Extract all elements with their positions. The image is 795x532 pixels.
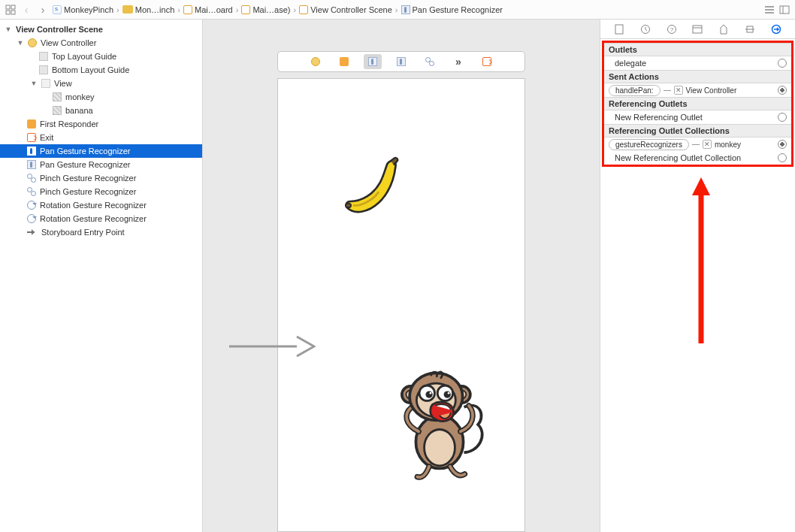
pan-gesture-icon bbox=[27, 160, 36, 169]
outline-bottom-layout-guide[interactable]: Bottom Layout Guide bbox=[0, 63, 202, 77]
connection-ring-icon[interactable] bbox=[778, 140, 787, 149]
connection-ring-icon[interactable] bbox=[778, 153, 787, 162]
annotation-highlight-box: Outlets delegate Sent Actions handlePan:… bbox=[602, 41, 793, 167]
back-button[interactable]: ‹ bbox=[20, 4, 33, 16]
imageview-icon bbox=[53, 106, 62, 115]
disclosure-icon[interactable] bbox=[17, 39, 24, 47]
referencing-outlets-header: Referencing Outlets bbox=[604, 97, 791, 110]
monkey-image[interactable] bbox=[391, 364, 488, 485]
dock-exit-icon[interactable] bbox=[478, 54, 496, 69]
crumb-folder[interactable]: Mon…inch bbox=[122, 5, 175, 14]
svg-point-20 bbox=[425, 391, 432, 397]
outline-rotation-gesture-2[interactable]: Rotation Gesture Recognizer bbox=[0, 212, 202, 225]
exit-icon bbox=[27, 133, 36, 142]
inspector-tabs: ? bbox=[600, 20, 795, 39]
outline-label: Exit bbox=[40, 133, 53, 142]
handlepan-action-row[interactable]: handlePan: ✕ View Controller bbox=[604, 83, 791, 97]
banana-image[interactable] bbox=[338, 154, 406, 222]
outline-toggle-icon[interactable] bbox=[763, 4, 775, 16]
outlet-label: New Referencing Outlet Collection bbox=[609, 153, 741, 162]
outline-viewcontroller[interactable]: View Controller bbox=[0, 36, 202, 50]
collection-target: monkey bbox=[715, 141, 741, 149]
dock-more-icon[interactable]: » bbox=[449, 54, 467, 69]
svg-rect-0 bbox=[6, 5, 10, 9]
dock-first-responder-icon[interactable] bbox=[335, 54, 353, 69]
svg-point-11 bbox=[425, 430, 455, 466]
connection-ring-icon[interactable] bbox=[778, 86, 787, 95]
chevron-right-icon: › bbox=[394, 5, 400, 14]
remove-connection-button[interactable]: ✕ bbox=[703, 140, 712, 149]
document-outline[interactable]: View Controller Scene View Controller To… bbox=[0, 20, 203, 532]
outline-pinch-gesture-2[interactable]: Pinch Gesture Recognizer bbox=[0, 185, 202, 198]
canvas-area[interactable]: » bbox=[203, 20, 600, 532]
outline-pinch-gesture-1[interactable]: Pinch Gesture Recognizer bbox=[0, 171, 202, 185]
chevron-right-icon: › bbox=[292, 5, 298, 14]
outline-exit[interactable]: Exit bbox=[0, 131, 202, 144]
delegate-outlet-row[interactable]: delegate bbox=[604, 56, 791, 70]
outline-first-responder[interactable]: First Responder bbox=[0, 117, 202, 131]
outline-entry-point[interactable]: Storyboard Entry Point bbox=[0, 225, 202, 239]
help-inspector-tab[interactable]: ? bbox=[665, 23, 679, 36]
imageview-icon bbox=[53, 92, 62, 101]
outline-label: View bbox=[54, 79, 72, 88]
adjust-editor-icon[interactable] bbox=[778, 4, 790, 16]
chevron-right-icon: › bbox=[234, 5, 240, 14]
gesture-recognizers-row[interactable]: gestureRecognizers ✕ monkey bbox=[604, 138, 791, 151]
dock-vc-icon[interactable] bbox=[307, 54, 325, 69]
dock-pan-gesture-icon[interactable] bbox=[364, 54, 382, 69]
outline-label: Pinch Gesture Recognizer bbox=[40, 174, 136, 183]
history-inspector-tab[interactable] bbox=[639, 23, 652, 36]
dock-pan-gesture-2-icon[interactable] bbox=[392, 54, 410, 69]
pan-gesture-icon bbox=[27, 147, 36, 156]
outline-top-layout-guide[interactable]: Top Layout Guide bbox=[0, 50, 202, 63]
project-icon bbox=[53, 5, 62, 14]
crumb-storyboard-base[interactable]: Mai…ase) bbox=[241, 5, 290, 14]
size-inspector-tab[interactable] bbox=[743, 23, 757, 36]
device-frame[interactable] bbox=[277, 78, 525, 532]
crumb-project[interactable]: MonkeyPinch bbox=[53, 5, 113, 14]
disclosure-icon[interactable] bbox=[30, 80, 38, 87]
layout-guide-icon bbox=[39, 52, 48, 61]
referencing-collections-header: Referencing Outlet Collections bbox=[604, 124, 791, 138]
outline-label: Bottom Layout Guide bbox=[52, 65, 129, 74]
crumb-storyboard[interactable]: Mai…oard bbox=[183, 5, 233, 14]
remove-connection-button[interactable]: ✕ bbox=[674, 86, 683, 95]
pinch-gesture-icon bbox=[27, 187, 36, 196]
outline-monkey-image[interactable]: monkey bbox=[0, 90, 202, 104]
chevron-right-icon: › bbox=[115, 5, 121, 14]
connection-ring-icon[interactable] bbox=[778, 59, 787, 68]
connections-inspector-tab[interactable] bbox=[769, 23, 783, 36]
outline-label: Storyboard Entry Point bbox=[41, 228, 125, 237]
entry-arrow-icon bbox=[225, 328, 316, 365]
outline-pan-gesture-1[interactable]: Pan Gesture Recognizer bbox=[0, 144, 202, 158]
connection-ring-icon[interactable] bbox=[778, 113, 787, 122]
outline-banana-image[interactable]: banana bbox=[0, 104, 202, 117]
crumb-gesture[interactable]: Pan Gesture Recognizer bbox=[401, 5, 503, 14]
crumb-label: View Controller Scene bbox=[310, 5, 392, 14]
dock-pinch-gesture-icon[interactable] bbox=[421, 54, 439, 69]
crumb-label: Mai…ase) bbox=[252, 5, 290, 14]
attributes-inspector-tab[interactable] bbox=[717, 23, 730, 36]
new-referencing-outlet-row[interactable]: New Referencing Outlet bbox=[604, 110, 791, 124]
outline-label: Pinch Gesture Recognizer bbox=[40, 187, 136, 196]
outline-rotation-gesture-1[interactable]: Rotation Gesture Recognizer bbox=[0, 198, 202, 212]
annotation-arrow-icon bbox=[690, 174, 712, 347]
outline-label: Top Layout Guide bbox=[52, 52, 116, 61]
action-pill: handlePan: bbox=[609, 85, 660, 96]
identity-inspector-tab[interactable] bbox=[691, 23, 704, 36]
svg-rect-7 bbox=[780, 6, 789, 14]
connection-line-icon bbox=[664, 90, 671, 91]
crumb-scene[interactable]: View Controller Scene bbox=[299, 5, 392, 14]
outline-scene[interactable]: View Controller Scene bbox=[0, 23, 202, 36]
disclosure-icon[interactable] bbox=[5, 26, 12, 33]
outline-view[interactable]: View bbox=[0, 77, 202, 90]
forward-button[interactable]: › bbox=[36, 4, 50, 16]
outline-pan-gesture-2[interactable]: Pan Gesture Recognizer bbox=[0, 158, 202, 171]
scene-icon bbox=[299, 5, 308, 14]
outline-label: View Controller Scene bbox=[16, 25, 103, 34]
related-items-icon[interactable] bbox=[5, 4, 17, 16]
new-referencing-collection-row[interactable]: New Referencing Outlet Collection bbox=[604, 151, 791, 165]
svg-rect-2 bbox=[6, 11, 10, 14]
file-inspector-tab[interactable] bbox=[612, 23, 626, 36]
breadcrumb-bar: ‹ › MonkeyPinch › Mon…inch › Mai…oard › … bbox=[0, 0, 795, 20]
